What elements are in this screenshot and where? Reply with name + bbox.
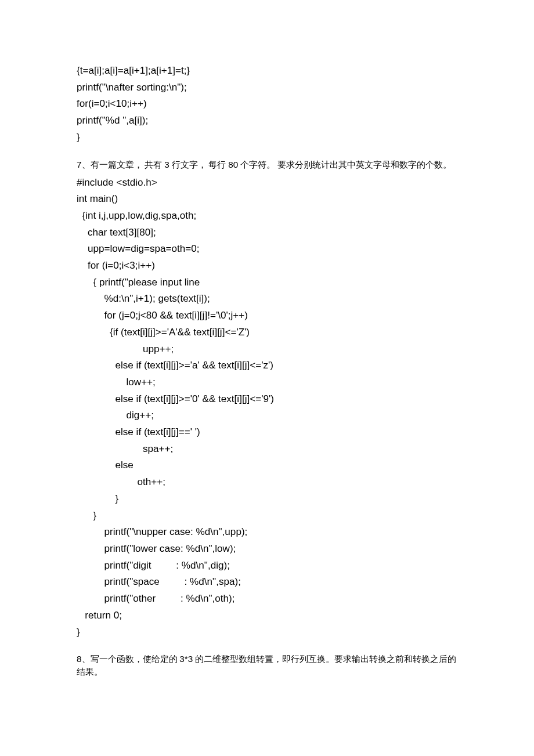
text: 个字符。 要求分别统计出其中英文字母和数字的个数。 [238,160,452,169]
code-line: } [77,132,80,143]
code-line: printf("\nupper case: %d\n",upp); [77,526,247,537]
code-line: %d:\n",i+1); gets(text[i]); [77,293,210,304]
code-line: } [77,627,80,638]
code-line: printf("lower case: %d\n",low); [77,543,236,554]
code-line: { printf("please input line [77,277,200,288]
question-number: 8 [77,654,82,664]
code-line: } [77,510,96,521]
code-line: dig++; [77,410,154,421]
number: 3*3 [179,654,193,664]
code-line: printf("\nafter sorting:\n"); [77,82,187,93]
code-line: {if (text[i][j]>='A'&& text[i][j]<='Z') [77,327,250,338]
code-line: {int i,j,upp,low,dig,spa,oth; [77,210,196,221]
question-number: 7 [77,160,82,169]
code-block-1: {t=a[i];a[i]=a[i+1];a[i+1]=t;} printf("\… [77,63,457,146]
code-line: int main() [77,193,118,204]
code-line: upp++; [77,343,174,355]
code-line: for(i=0;i<10;i++) [77,98,147,109]
code-line: else if (text[i][j]>='a' && text[i][j]<=… [77,360,273,371]
question-7-text: 7、有一篇文章， 共有 3 行文字， 每行 80 个字符。 要求分别统计出其中英… [77,158,457,171]
code-line: printf("other : %d\n",oth); [77,593,234,604]
code-line: upp=low=dig=spa=oth=0; [77,243,199,254]
code-line: spa++; [77,443,173,454]
code-line: #include <stdio.h> [77,177,157,188]
code-line: oth++; [77,476,165,487]
text: 、写一个函数，使给定的 [82,654,180,664]
text: 、有一篇文章， 共有 [82,160,165,169]
number: 80 [228,160,238,169]
code-line: for (i=0;i<3;i++) [77,260,155,271]
code-line: else [77,460,134,471]
code-line: printf("%d ",a[i]); [77,115,148,126]
code-line: return 0; [77,610,122,621]
code-line: char text[3][80]; [77,227,156,238]
code-block-2: #include <stdio.h> int main() {int i,j,u… [77,175,457,641]
code-line: for (j=0;j<80 && text[i][j]!='\0';j++) [77,310,248,321]
code-line: {t=a[i];a[i]=a[i+1];a[i+1]=t;} [77,65,190,76]
page: {t=a[i];a[i]=a[i+1];a[i+1]=t;} printf("\… [0,0,534,756]
text: 行文字， 每行 [169,160,228,169]
question-8-text: 8、写一个函数，使给定的 3*3 的二维整型数组转置，即行列互换。要求输出转换之… [77,653,457,678]
code-line: else if (text[i][j]==' ') [77,426,200,437]
code-line: else if (text[i][j]>='0' && text[i][j]<=… [77,393,274,404]
code-line: printf("digit : %d\n",dig); [77,560,230,571]
code-line: printf("space : %d\n",spa); [77,576,241,587]
code-line: low++; [77,377,156,388]
number: 3 [164,160,169,169]
code-line: } [77,493,118,504]
